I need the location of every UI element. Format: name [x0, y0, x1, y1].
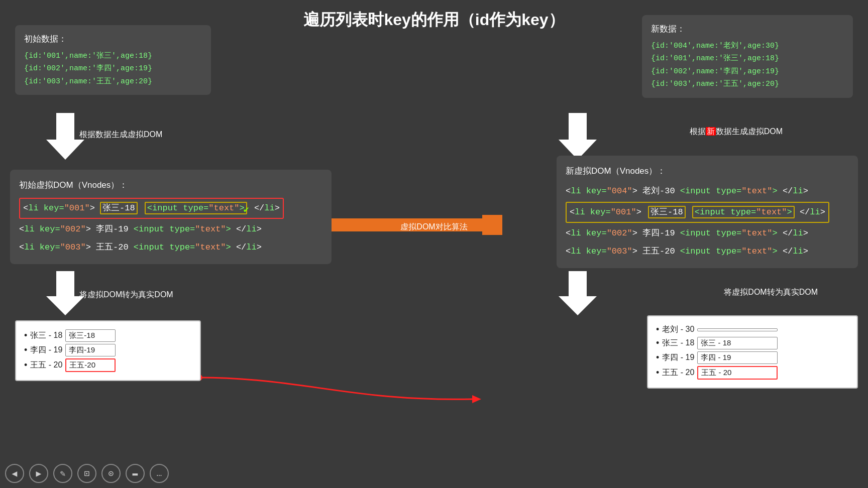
list-bullet: •	[24, 345, 27, 355]
right-vdom-box: 新虚拟DOM（Vnodes）： <li key="004"> 老刘-30 <in…	[557, 156, 858, 268]
right-real-input-2[interactable]: 张三 - 18	[697, 337, 778, 349]
right-data-label: 新数据：	[651, 22, 844, 37]
left-real-row-1: • 张三 - 18 张三-18	[24, 329, 192, 342]
list-bullet: •	[656, 338, 659, 348]
left-vdom-row-1: <li key="001"> 张三-18 <input type="text">…	[19, 198, 284, 219]
left-real-dom-box: • 张三 - 18 张三-18 • 李四 - 19 李四-19 • 王五 - 2…	[15, 320, 201, 381]
left-real-row-2: • 李四 - 19 李四-19	[24, 344, 192, 356]
right-vdom-row-1: <li key="004"> 老刘-30 <input type="text">…	[566, 183, 849, 200]
right-real-dom-box: • 老刘 - 30 • 张三 - 18 张三 - 18 • 李四 - 19 李四…	[647, 315, 858, 389]
nav-copy-button[interactable]: ⊡	[77, 464, 96, 483]
right-vdom-row-2: <li key="001"> 张三-18 <input type="text">…	[566, 202, 829, 223]
right-real-text-3: 李四 - 19	[662, 352, 694, 363]
left-real-input-3[interactable]: 王五-20	[65, 358, 116, 372]
right-real-input-3[interactable]: 李四 - 19	[697, 351, 778, 364]
left-data-box: 初始数据： {id:'001',name:'张三',age:18} {id:'0…	[15, 25, 211, 95]
page-title: 遍历列表时key的作用（id作为key）	[303, 9, 564, 31]
right-vdom-title: 新虚拟DOM（Vnodes）：	[566, 163, 849, 180]
left-real-text-3: 王五 - 20	[30, 360, 62, 371]
arrow-bottom-left-label: 将虚拟DOM转为真实DOM	[79, 290, 173, 300]
right-data-row-2: {id:'001',name:'张三',age:18}	[651, 52, 844, 65]
left-data-row-2: {id:'002',name:'李四',age:19}	[24, 62, 202, 75]
svg-marker-8	[472, 395, 481, 403]
right-data-row-1: {id:'004',name:'老刘',age:30}	[651, 40, 844, 53]
list-bullet: •	[24, 330, 27, 341]
nav-prev-button[interactable]: ◀	[5, 464, 24, 483]
left-data-label: 初始数据：	[24, 32, 202, 47]
left-real-input-1[interactable]: 张三-18	[65, 329, 116, 342]
arrow-bottom-right-label: 将虚拟DOM转为真实DOM	[724, 287, 818, 298]
nav-more-button[interactable]: …	[150, 464, 169, 483]
right-real-text-1: 老刘 - 30	[662, 324, 694, 335]
arrow-left-label: 根据数据生成虚拟DOM	[79, 130, 162, 140]
left-vdom-row-2: <li key="002"> 李四-19 <input type="text">…	[19, 221, 322, 238]
left-data-row-1: {id:'001',name:'张三',age:18}	[24, 50, 202, 63]
list-bullet: •	[656, 352, 659, 363]
svg-marker-6	[482, 215, 502, 235]
left-vdom-title: 初始虚拟DOM（Vnodes）：	[19, 177, 322, 194]
svg-marker-0	[46, 113, 84, 160]
nav-bar: ◀ ▶ ✎ ⊡ ⊙ ▬ …	[5, 464, 169, 483]
right-data-row-4: {id:'003',name:'王五',age:20}	[651, 78, 844, 91]
nav-layout-button[interactable]: ▬	[126, 464, 145, 483]
left-real-text-2: 李四 - 19	[30, 345, 62, 355]
svg-marker-3	[559, 271, 597, 315]
right-real-row-4: • 王五 - 20 王五 - 20	[656, 366, 849, 380]
right-real-text-2: 张三 - 18	[662, 338, 694, 348]
right-vdom-row-4: <li key="003"> 王五-20 <input type="text">…	[566, 243, 849, 260]
left-real-text-1: 张三 - 18	[30, 330, 62, 341]
right-data-row-3: {id:'002',name:'李四',age:19}	[651, 65, 844, 78]
right-data-box: 新数据： {id:'004',name:'老刘',age:30} {id:'00…	[642, 15, 853, 98]
right-real-row-2: • 张三 - 18 张三 - 18	[656, 337, 849, 349]
right-vdom-row-3: <li key="002"> 李四-19 <input type="text">…	[566, 225, 849, 242]
right-real-row-1: • 老刘 - 30	[656, 324, 849, 335]
list-bullet: •	[656, 368, 659, 378]
arrow-right-label: 根据新数据生成虚拟DOM	[690, 127, 783, 137]
nav-search-button[interactable]: ⊙	[101, 464, 121, 483]
left-data-row-3: {id:'003',name:'王五',age:20}	[24, 75, 202, 88]
right-real-text-4: 王五 - 20	[662, 368, 694, 378]
right-real-input-1[interactable]	[697, 328, 778, 331]
left-real-row-3: • 王五 - 20 王五-20	[24, 358, 192, 372]
svg-marker-1	[559, 113, 597, 160]
right-real-row-3: • 李四 - 19 李四 - 19	[656, 351, 849, 364]
list-bullet: •	[24, 360, 27, 371]
right-real-input-4[interactable]: 王五 - 20	[697, 366, 778, 380]
left-vdom-row-3: <li key="003"> 王五-20 <input type="text">…	[19, 239, 322, 256]
nav-next-button[interactable]: ▶	[29, 464, 48, 483]
compare-label: 虚拟DOM对比算法	[384, 222, 484, 232]
list-bullet: •	[656, 324, 659, 335]
svg-marker-2	[46, 271, 84, 315]
left-real-input-2[interactable]: 李四-19	[65, 344, 116, 356]
nav-edit-button[interactable]: ✎	[53, 464, 72, 483]
left-vdom-box: 初始虚拟DOM（Vnodes）： <li key="001"> 张三-18 <i…	[10, 170, 332, 264]
